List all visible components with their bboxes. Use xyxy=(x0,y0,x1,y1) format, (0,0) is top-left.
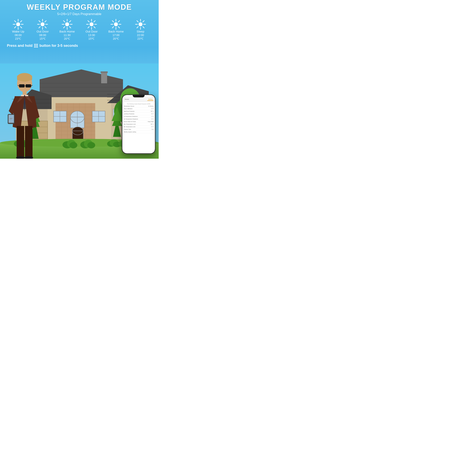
svg-line-138 xyxy=(69,21,71,22)
phone-row-value-1: -1 °C xyxy=(151,108,154,109)
phone-content: The Following Content Needs Password 123… xyxy=(122,102,155,134)
svg-point-167 xyxy=(138,22,142,26)
press-hold-instruction: Press and hold button for 3-5 seconds xyxy=(4,43,155,49)
svg-line-139 xyxy=(64,27,65,28)
schedule-item-out-door-1: Out Door 08:00 15℃ xyxy=(30,19,55,40)
phone-row-1: Temp Calibration -1 °C xyxy=(124,107,154,110)
schedule-label-back-home-2: Back Home xyxy=(108,30,124,33)
svg-line-155 xyxy=(118,27,119,28)
svg-line-148 xyxy=(88,27,89,28)
schedule-item-back-home-1: Back Home 11:30 20℃ xyxy=(55,19,79,40)
schedule-item-sleep: Sleep 22:00 23℃ xyxy=(128,19,153,40)
svg-line-130 xyxy=(39,27,40,28)
phone-row-4: Int Temperature Deadzone 1 °C xyxy=(124,115,154,118)
phone-row-value-8: 5 °C xyxy=(151,126,154,127)
phone-mockup: Device Setting The Following Content Nee… xyxy=(122,94,155,154)
svg-line-166 xyxy=(137,27,138,28)
phone-row-6: Device State On Power Keep State xyxy=(124,120,154,123)
schedule-label-back-home-1: Back Home xyxy=(60,30,75,33)
schedule-label-wake-up: Wake Up xyxy=(12,30,24,33)
schedule-temp-out-door-1: 15℃ xyxy=(39,37,46,40)
phone-row-label-6: Device State On Power xyxy=(124,121,148,122)
schedule-label-out-door-1: Out Door xyxy=(37,30,49,33)
svg-line-118 xyxy=(15,21,16,22)
svg-point-131 xyxy=(41,22,45,26)
phone-row-label-7: Max Temperature Limit xyxy=(124,124,151,125)
main-container: WEEKLY PROGRAM MODE 5+2/6+1/7 Days Progr… xyxy=(0,0,159,159)
page-subtitle: 5+2/6+1/7 Days Programmable xyxy=(4,12,155,16)
phone-row-label-3: LowTemp Protection xyxy=(124,113,151,114)
sun-icon-back-home-1 xyxy=(62,19,73,30)
phone-header: Device Setting xyxy=(122,97,155,102)
svg-rect-108 xyxy=(10,119,12,119)
sun-icon-out-door-2 xyxy=(86,19,97,30)
schedule-time-out-door-2: 13:30 xyxy=(88,34,95,37)
svg-line-157 xyxy=(112,27,114,28)
phone-tab-device[interactable]: Device xyxy=(124,98,130,101)
phone-tab-setting[interactable]: Setting xyxy=(147,98,153,101)
svg-rect-107 xyxy=(10,118,13,119)
sun-icon-out-door-1 xyxy=(37,19,48,30)
svg-line-145 xyxy=(88,21,89,22)
schedule-time-out-door-1: 08:00 xyxy=(39,34,46,37)
phone-bottom-label-1: Weekly program setting xyxy=(124,131,154,133)
phone-notch xyxy=(133,95,145,97)
schedule-temp-back-home-2: 20℃ xyxy=(113,37,119,40)
phone-password-note: The Following Content Needs Password 123… xyxy=(124,102,154,105)
svg-point-69 xyxy=(69,142,77,148)
sun-icon-sleep xyxy=(135,19,146,30)
svg-line-156 xyxy=(118,21,119,22)
sun-icon-back-home-2 xyxy=(110,19,121,30)
phone-row-value-4: 1 °C xyxy=(151,116,154,117)
content-overlay: WEEKLY PROGRAM MODE 5+2/6+1/7 Days Progr… xyxy=(0,0,159,52)
svg-rect-95 xyxy=(26,84,31,87)
phone-row-7: Max Temperature Limit 35 °C xyxy=(124,123,154,126)
svg-line-137 xyxy=(69,27,71,28)
schedule-item-out-door-2: Out Door 13:30 15℃ xyxy=(79,19,104,40)
schedule-time-wake-up: 06:00 xyxy=(15,34,22,37)
svg-line-119 xyxy=(20,27,22,28)
svg-point-122 xyxy=(16,22,20,26)
phone-row-0: Temperature Sensor Int Sensor xyxy=(124,105,154,107)
schedule-temp-out-door-2: 15℃ xyxy=(88,37,95,40)
phone-row-2: HighTemp Protection 45 °C xyxy=(124,110,154,113)
schedule-time-sleep: 22:00 xyxy=(137,34,144,37)
svg-line-127 xyxy=(39,21,40,22)
svg-line-154 xyxy=(112,21,114,22)
page-title: WEEKLY PROGRAM MODE xyxy=(4,3,155,12)
svg-line-163 xyxy=(137,21,138,22)
phone-row-value-0: Int Sensor xyxy=(148,105,154,107)
phone-row-8: Min Temperature Limit 5 °C xyxy=(124,126,154,128)
svg-line-120 xyxy=(20,21,22,22)
svg-rect-94 xyxy=(19,84,25,87)
phone-screen: Device Setting The Following Content Nee… xyxy=(122,95,155,153)
sun-icon-wake-up xyxy=(13,19,24,30)
svg-line-147 xyxy=(94,21,95,22)
svg-rect-110 xyxy=(17,126,24,158)
phone-row-value-5: 2 °C xyxy=(151,119,154,119)
svg-point-140 xyxy=(65,22,69,26)
svg-line-136 xyxy=(64,21,65,22)
press-hold-suffix: button for 3-5 seconds xyxy=(39,44,78,48)
svg-line-146 xyxy=(94,27,95,28)
svg-rect-93 xyxy=(17,75,32,80)
svg-line-164 xyxy=(143,27,144,28)
phone-row-label-5: Ext Temperature Deadzone xyxy=(124,119,151,119)
svg-line-165 xyxy=(143,21,144,22)
phone-row-value-6: Keep State xyxy=(148,121,154,122)
svg-point-72 xyxy=(87,142,95,148)
dots-grid-icon xyxy=(34,44,38,48)
person-figure xyxy=(5,71,44,159)
schedule-temp-sleep: 23℃ xyxy=(137,37,144,40)
schedule-label-sleep: Sleep xyxy=(137,30,144,33)
schedule-icons-row: Wake Up 06:00 23℃ Out Door 08:00 xyxy=(4,19,155,40)
phone-row-label-2: HighTemp Protection xyxy=(124,111,151,112)
phone-row-label-4: Int Temperature Deadzone xyxy=(124,116,151,117)
svg-point-158 xyxy=(114,22,118,26)
phone-row-label-0: Temperature Sensor xyxy=(124,105,148,107)
phone-row-label-1: Temp Calibration xyxy=(124,108,151,109)
schedule-temp-wake-up: 23℃ xyxy=(15,37,21,40)
schedule-temp-back-home-1: 20℃ xyxy=(64,37,70,40)
svg-line-129 xyxy=(45,21,46,22)
schedule-time-back-home-2: 17:00 xyxy=(112,34,119,37)
